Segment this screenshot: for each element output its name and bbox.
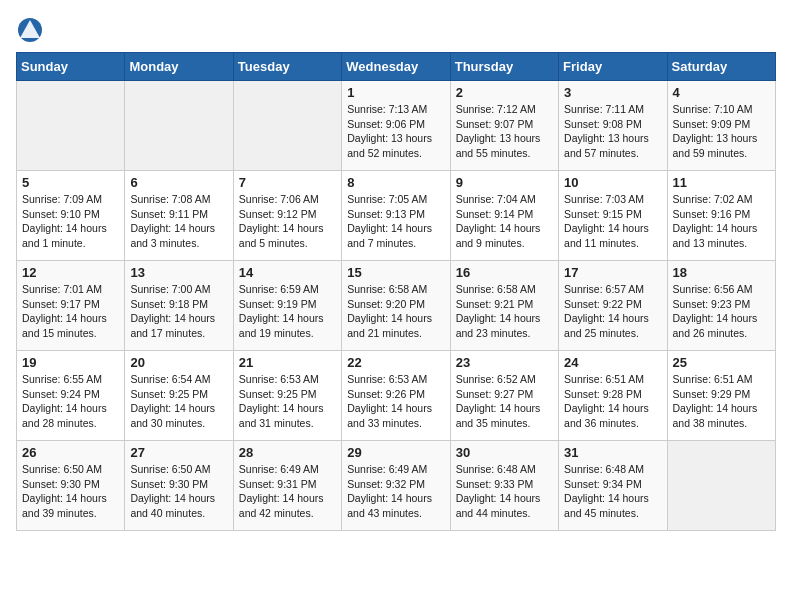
day-number: 11 [673,175,770,190]
day-of-week-header: Wednesday [342,53,450,81]
calendar-cell: 23Sunrise: 6:52 AM Sunset: 9:27 PM Dayli… [450,351,558,441]
day-info: Sunrise: 7:06 AM Sunset: 9:12 PM Dayligh… [239,192,336,251]
day-info: Sunrise: 6:56 AM Sunset: 9:23 PM Dayligh… [673,282,770,341]
day-info: Sunrise: 6:53 AM Sunset: 9:25 PM Dayligh… [239,372,336,431]
day-number: 3 [564,85,661,100]
day-info: Sunrise: 7:04 AM Sunset: 9:14 PM Dayligh… [456,192,553,251]
calendar-cell: 20Sunrise: 6:54 AM Sunset: 9:25 PM Dayli… [125,351,233,441]
day-info: Sunrise: 6:49 AM Sunset: 9:32 PM Dayligh… [347,462,444,521]
calendar-cell [233,81,341,171]
calendar-cell: 30Sunrise: 6:48 AM Sunset: 9:33 PM Dayli… [450,441,558,531]
day-number: 30 [456,445,553,460]
day-of-week-header: Sunday [17,53,125,81]
calendar-cell: 27Sunrise: 6:50 AM Sunset: 9:30 PM Dayli… [125,441,233,531]
day-number: 15 [347,265,444,280]
calendar-cell: 13Sunrise: 7:00 AM Sunset: 9:18 PM Dayli… [125,261,233,351]
calendar-cell: 19Sunrise: 6:55 AM Sunset: 9:24 PM Dayli… [17,351,125,441]
calendar-cell: 9Sunrise: 7:04 AM Sunset: 9:14 PM Daylig… [450,171,558,261]
day-number: 19 [22,355,119,370]
calendar-cell: 8Sunrise: 7:05 AM Sunset: 9:13 PM Daylig… [342,171,450,261]
day-info: Sunrise: 7:12 AM Sunset: 9:07 PM Dayligh… [456,102,553,161]
calendar-cell: 26Sunrise: 6:50 AM Sunset: 9:30 PM Dayli… [17,441,125,531]
day-number: 16 [456,265,553,280]
day-of-week-header: Thursday [450,53,558,81]
day-number: 9 [456,175,553,190]
day-info: Sunrise: 6:49 AM Sunset: 9:31 PM Dayligh… [239,462,336,521]
day-info: Sunrise: 6:51 AM Sunset: 9:29 PM Dayligh… [673,372,770,431]
calendar-cell: 4Sunrise: 7:10 AM Sunset: 9:09 PM Daylig… [667,81,775,171]
calendar-cell: 5Sunrise: 7:09 AM Sunset: 9:10 PM Daylig… [17,171,125,261]
day-of-week-header: Saturday [667,53,775,81]
day-number: 18 [673,265,770,280]
day-number: 29 [347,445,444,460]
day-number: 25 [673,355,770,370]
calendar-week-row: 26Sunrise: 6:50 AM Sunset: 9:30 PM Dayli… [17,441,776,531]
calendar-cell: 12Sunrise: 7:01 AM Sunset: 9:17 PM Dayli… [17,261,125,351]
day-number: 1 [347,85,444,100]
day-number: 14 [239,265,336,280]
logo [16,16,48,44]
calendar-week-row: 12Sunrise: 7:01 AM Sunset: 9:17 PM Dayli… [17,261,776,351]
calendar-cell [17,81,125,171]
day-info: Sunrise: 6:57 AM Sunset: 9:22 PM Dayligh… [564,282,661,341]
calendar-cell: 17Sunrise: 6:57 AM Sunset: 9:22 PM Dayli… [559,261,667,351]
calendar-week-row: 5Sunrise: 7:09 AM Sunset: 9:10 PM Daylig… [17,171,776,261]
day-info: Sunrise: 6:54 AM Sunset: 9:25 PM Dayligh… [130,372,227,431]
day-number: 26 [22,445,119,460]
day-info: Sunrise: 7:10 AM Sunset: 9:09 PM Dayligh… [673,102,770,161]
day-number: 13 [130,265,227,280]
day-number: 12 [22,265,119,280]
day-info: Sunrise: 6:59 AM Sunset: 9:19 PM Dayligh… [239,282,336,341]
calendar-cell: 24Sunrise: 6:51 AM Sunset: 9:28 PM Dayli… [559,351,667,441]
calendar-cell [667,441,775,531]
day-number: 10 [564,175,661,190]
day-info: Sunrise: 7:13 AM Sunset: 9:06 PM Dayligh… [347,102,444,161]
day-info: Sunrise: 6:48 AM Sunset: 9:33 PM Dayligh… [456,462,553,521]
calendar-cell: 16Sunrise: 6:58 AM Sunset: 9:21 PM Dayli… [450,261,558,351]
day-number: 27 [130,445,227,460]
day-number: 31 [564,445,661,460]
day-info: Sunrise: 7:08 AM Sunset: 9:11 PM Dayligh… [130,192,227,251]
day-of-week-header: Friday [559,53,667,81]
day-info: Sunrise: 6:53 AM Sunset: 9:26 PM Dayligh… [347,372,444,431]
calendar-cell: 10Sunrise: 7:03 AM Sunset: 9:15 PM Dayli… [559,171,667,261]
calendar-cell: 31Sunrise: 6:48 AM Sunset: 9:34 PM Dayli… [559,441,667,531]
calendar-week-row: 19Sunrise: 6:55 AM Sunset: 9:24 PM Dayli… [17,351,776,441]
day-number: 17 [564,265,661,280]
day-number: 8 [347,175,444,190]
day-of-week-header: Monday [125,53,233,81]
day-info: Sunrise: 6:48 AM Sunset: 9:34 PM Dayligh… [564,462,661,521]
calendar-cell: 22Sunrise: 6:53 AM Sunset: 9:26 PM Dayli… [342,351,450,441]
calendar-cell: 3Sunrise: 7:11 AM Sunset: 9:08 PM Daylig… [559,81,667,171]
day-info: Sunrise: 6:50 AM Sunset: 9:30 PM Dayligh… [22,462,119,521]
day-info: Sunrise: 6:51 AM Sunset: 9:28 PM Dayligh… [564,372,661,431]
day-info: Sunrise: 7:09 AM Sunset: 9:10 PM Dayligh… [22,192,119,251]
day-number: 23 [456,355,553,370]
day-info: Sunrise: 7:03 AM Sunset: 9:15 PM Dayligh… [564,192,661,251]
day-of-week-header: Tuesday [233,53,341,81]
calendar-cell: 29Sunrise: 6:49 AM Sunset: 9:32 PM Dayli… [342,441,450,531]
day-info: Sunrise: 6:50 AM Sunset: 9:30 PM Dayligh… [130,462,227,521]
calendar-cell: 1Sunrise: 7:13 AM Sunset: 9:06 PM Daylig… [342,81,450,171]
calendar-cell: 21Sunrise: 6:53 AM Sunset: 9:25 PM Dayli… [233,351,341,441]
calendar-cell: 28Sunrise: 6:49 AM Sunset: 9:31 PM Dayli… [233,441,341,531]
day-info: Sunrise: 6:52 AM Sunset: 9:27 PM Dayligh… [456,372,553,431]
day-info: Sunrise: 7:01 AM Sunset: 9:17 PM Dayligh… [22,282,119,341]
day-info: Sunrise: 6:55 AM Sunset: 9:24 PM Dayligh… [22,372,119,431]
day-number: 21 [239,355,336,370]
day-info: Sunrise: 7:02 AM Sunset: 9:16 PM Dayligh… [673,192,770,251]
calendar-cell: 6Sunrise: 7:08 AM Sunset: 9:11 PM Daylig… [125,171,233,261]
calendar-cell: 2Sunrise: 7:12 AM Sunset: 9:07 PM Daylig… [450,81,558,171]
calendar-cell: 14Sunrise: 6:59 AM Sunset: 9:19 PM Dayli… [233,261,341,351]
day-info: Sunrise: 7:11 AM Sunset: 9:08 PM Dayligh… [564,102,661,161]
day-number: 6 [130,175,227,190]
day-number: 20 [130,355,227,370]
calendar-cell: 7Sunrise: 7:06 AM Sunset: 9:12 PM Daylig… [233,171,341,261]
day-number: 28 [239,445,336,460]
day-info: Sunrise: 6:58 AM Sunset: 9:21 PM Dayligh… [456,282,553,341]
calendar-cell: 15Sunrise: 6:58 AM Sunset: 9:20 PM Dayli… [342,261,450,351]
calendar-header-row: SundayMondayTuesdayWednesdayThursdayFrid… [17,53,776,81]
day-info: Sunrise: 7:00 AM Sunset: 9:18 PM Dayligh… [130,282,227,341]
calendar-cell: 11Sunrise: 7:02 AM Sunset: 9:16 PM Dayli… [667,171,775,261]
page-header [16,16,776,44]
